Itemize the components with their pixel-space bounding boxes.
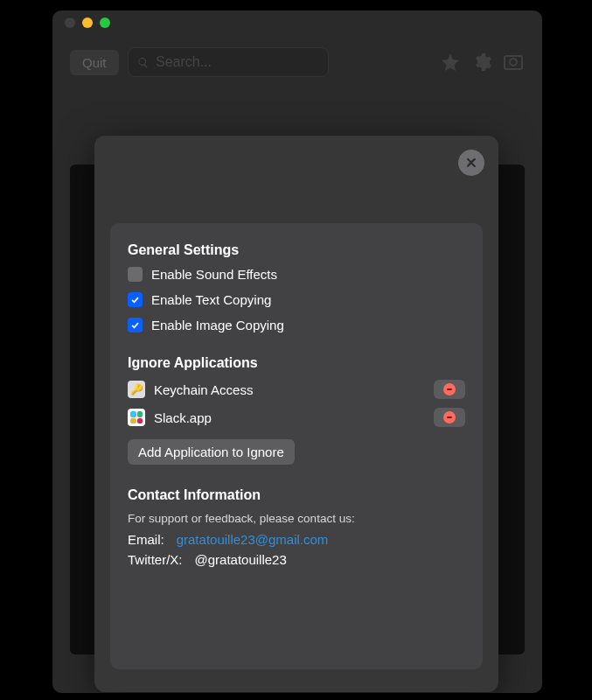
search-input[interactable]	[156, 54, 319, 70]
keychain-access-icon: 🔑	[128, 381, 145, 398]
close-icon	[465, 157, 477, 169]
settings-sheet: General Settings Enable Sound Effects En…	[94, 136, 498, 692]
contact-email-row: Email: gratatouille23@gmail.com	[128, 532, 465, 547]
remove-app-button[interactable]	[434, 380, 465, 399]
twitter-handle[interactable]: @gratatouille23	[195, 552, 287, 567]
label-text-copying: Enable Text Copying	[151, 292, 271, 307]
checkbox-sound-effects[interactable]	[128, 267, 143, 282]
add-application-button[interactable]: Add Application to Ignore	[128, 439, 295, 465]
checkbox-image-copying[interactable]	[128, 318, 143, 332]
ignore-app-label: Slack.app	[154, 410, 425, 425]
email-link[interactable]: gratatouille23@gmail.com	[177, 532, 329, 547]
remove-app-button[interactable]	[434, 408, 465, 427]
titlebar	[52, 10, 542, 35]
ignore-app-keychain: 🔑 Keychain Access	[128, 380, 465, 399]
label-sound-effects: Enable Sound Effects	[151, 267, 277, 282]
search-field-wrap[interactable]	[128, 47, 329, 77]
quit-button[interactable]: Quit	[70, 50, 119, 75]
search-icon	[137, 56, 149, 69]
traffic-light-close[interactable]	[65, 18, 75, 28]
star-icon[interactable]	[439, 51, 462, 74]
gear-icon[interactable]	[470, 51, 493, 74]
setting-text-copying[interactable]: Enable Text Copying	[128, 292, 465, 307]
camera-icon[interactable]	[502, 51, 525, 74]
ignore-app-slack: Slack.app	[128, 408, 465, 427]
minus-icon	[443, 383, 456, 396]
traffic-light-zoom[interactable]	[100, 18, 110, 28]
label-image-copying: Enable Image Copying	[151, 318, 284, 332]
minus-icon	[443, 411, 456, 424]
ignore-apps-title: Ignore Applications	[128, 355, 465, 371]
contact-twitter-row: Twitter/X: @gratatouille23	[128, 552, 465, 567]
slack-icon	[128, 409, 145, 426]
setting-sound-effects[interactable]: Enable Sound Effects	[128, 267, 465, 282]
traffic-light-minimize[interactable]	[82, 18, 93, 28]
close-button[interactable]	[458, 150, 484, 176]
svg-point-1	[510, 59, 517, 66]
contact-text: For support or feedback, please contact …	[128, 512, 465, 525]
twitter-label: Twitter/X:	[128, 552, 183, 567]
checkbox-text-copying[interactable]	[128, 292, 143, 307]
ignore-app-label: Keychain Access	[154, 382, 425, 397]
toolbar: Quit	[52, 35, 542, 89]
contact-info-title: Contact Information	[128, 487, 465, 503]
email-label: Email:	[128, 532, 164, 547]
setting-image-copying[interactable]: Enable Image Copying	[128, 318, 465, 332]
general-settings-title: General Settings	[128, 242, 465, 258]
settings-card: General Settings Enable Sound Effects En…	[110, 223, 483, 669]
